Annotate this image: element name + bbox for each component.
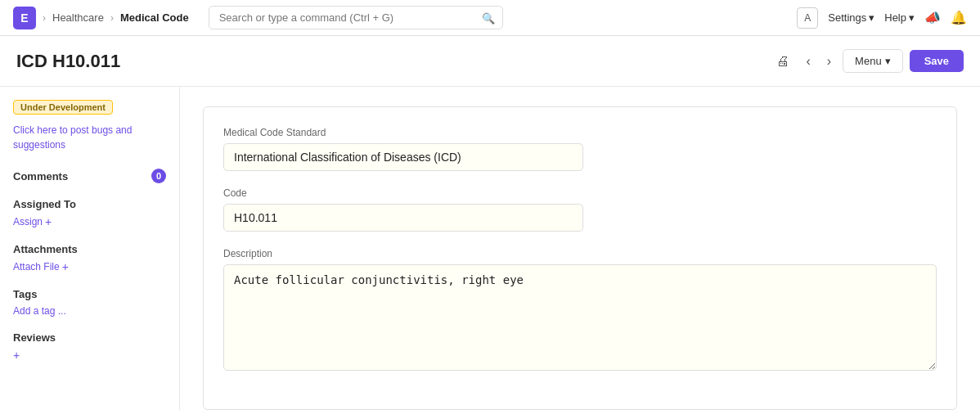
save-button[interactable]: Save (910, 50, 964, 72)
sidebar: Under Development Click here to post bug… (0, 87, 180, 410)
topnav: E › Healthcare › Medical Code 🔍 A Settin… (0, 0, 980, 36)
assigned-to-section: Assigned To Assign + (13, 198, 166, 228)
description-textarea[interactable] (223, 264, 937, 371)
print-button[interactable]: 🖨 (771, 51, 794, 72)
under-development-badge: Under Development (13, 100, 113, 115)
reviews-label: Reviews (13, 331, 166, 344)
settings-button[interactable]: Settings ▾ (828, 11, 874, 24)
assign-button[interactable]: Assign + (13, 215, 166, 228)
breadcrumb-medical-code: Medical Code (120, 11, 189, 24)
bugs-hint[interactable]: Click here to post bugs and suggestions (13, 123, 166, 152)
code-label: Code (223, 187, 937, 199)
code-field-group: Code (223, 187, 937, 232)
main-layout: Under Development Click here to post bug… (0, 87, 980, 410)
description-field-group: Description (223, 248, 937, 373)
standard-field-group: Medical Code Standard (223, 127, 937, 171)
attachments-label: Attachments (13, 243, 166, 255)
attachments-section: Attachments Attach File + (13, 243, 166, 273)
add-review-button[interactable]: + (13, 349, 166, 362)
page-header: ICD H10.011 🖨 ‹ › Menu ▾ Save (0, 36, 980, 87)
tags-label: Tags (13, 288, 166, 300)
breadcrumb-healthcare[interactable]: Healthcare (52, 11, 104, 24)
menu-chevron-icon: ▾ (885, 55, 891, 67)
description-label: Description (223, 248, 937, 259)
search-input[interactable] (209, 6, 503, 29)
topnav-right: A Settings ▾ Help ▾ 📣 🔔 (797, 7, 967, 29)
assigned-to-label: Assigned To (13, 198, 166, 210)
avatar: A (797, 7, 818, 29)
comments-count: 0 (151, 169, 166, 183)
comments-section: Comments 0 (13, 169, 166, 183)
menu-button[interactable]: Menu ▾ (843, 49, 903, 73)
reviews-section: Reviews + (13, 331, 166, 362)
help-chevron-icon: ▾ (909, 11, 915, 24)
prev-button[interactable]: ‹ (801, 51, 815, 72)
assign-plus-icon: + (45, 215, 52, 228)
help-button[interactable]: Help ▾ (884, 11, 915, 24)
comments-label-row: Comments 0 (13, 169, 166, 183)
page-header-actions: 🖨 ‹ › Menu ▾ Save (771, 49, 964, 73)
app-logo: E (13, 7, 36, 29)
settings-chevron-icon: ▾ (869, 11, 874, 24)
search-container: 🔍 (209, 6, 503, 29)
review-plus-icon: + (13, 349, 20, 362)
code-input[interactable] (223, 204, 583, 232)
search-icon: 🔍 (482, 11, 495, 24)
megaphone-icon[interactable]: 📣 (924, 10, 941, 25)
breadcrumb-chevron-1: › (43, 12, 46, 24)
bell-icon[interactable]: 🔔 (951, 10, 967, 25)
breadcrumb-chevron-2: › (110, 12, 114, 24)
form-card: Medical Code Standard Code Description (203, 106, 957, 410)
tags-section: Tags Add a tag ... (13, 288, 166, 317)
page-title: ICD H10.011 (16, 51, 120, 72)
add-tag-button[interactable]: Add a tag ... (13, 305, 166, 317)
next-button[interactable]: › (822, 51, 836, 72)
attach-plus-icon: + (62, 260, 69, 273)
standard-label: Medical Code Standard (223, 127, 937, 138)
content-area: Medical Code Standard Code Description (180, 87, 980, 410)
attach-file-button[interactable]: Attach File + (13, 260, 166, 273)
standard-input[interactable] (223, 143, 583, 171)
